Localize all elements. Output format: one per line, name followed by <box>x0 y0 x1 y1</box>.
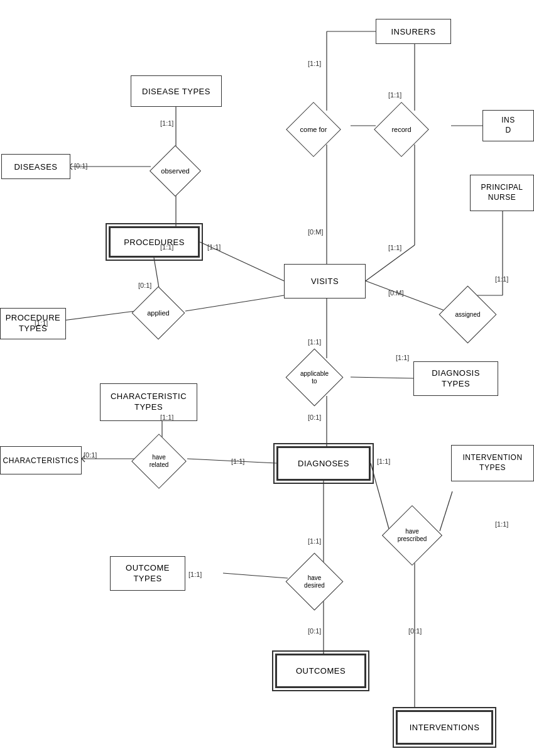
entity-outcome-types: OUTCOMETYPES <box>110 556 185 591</box>
entity-ins-d: INSD <box>482 110 534 141</box>
entity-insurers: INSURERS <box>376 19 451 44</box>
svg-line-15 <box>185 295 284 311</box>
entity-outcomes: OUTCOMES <box>275 654 366 688</box>
entity-procedure-types: PROCEDURETYPES <box>0 308 66 339</box>
entity-visits: VISITS <box>284 264 366 299</box>
entity-procedures: PROCEDURES <box>109 226 200 258</box>
card-10: [1:1] <box>35 319 48 327</box>
card-2: [1:1] <box>388 91 401 99</box>
diamond-have-related <box>131 434 187 489</box>
card-19: [1:1] <box>188 571 202 578</box>
card-23: [1:1] <box>495 520 508 528</box>
diamond-applicable-to <box>286 349 344 407</box>
card-21: [0:1] <box>308 627 321 635</box>
entity-diagnosis-types: DIAGNOSISTYPES <box>413 361 498 396</box>
card-18: [1:1] <box>377 457 390 465</box>
diamond-come-for <box>286 102 341 157</box>
svg-line-23 <box>223 573 288 578</box>
entity-interventions: INTERVENTIONS <box>396 710 493 745</box>
svg-line-25 <box>371 463 390 531</box>
er-diagram: INSURERS DISEASE TYPES DISEASES PROCEDUR… <box>0 0 534 756</box>
entity-disease-types: DISEASE TYPES <box>131 75 222 107</box>
card-22: [0:1] <box>408 627 422 635</box>
diamond-observed <box>150 145 201 197</box>
entity-intervention-types: INTERVENTIONTYPES <box>451 445 534 481</box>
entity-principal-nurse: PRINCIPALNURSE <box>470 175 534 211</box>
svg-line-14 <box>63 311 135 320</box>
svg-line-28 <box>366 281 446 311</box>
entity-characteristics: CHARACTERISTICS <box>0 446 82 474</box>
card-20: [1:1] <box>308 537 321 545</box>
diamond-applied <box>132 287 185 340</box>
entity-diseases: DISEASES <box>1 154 70 179</box>
card-8: [1:1] <box>388 244 401 251</box>
card-11: [0:M] <box>388 289 403 297</box>
card-9: [0:1] <box>138 282 151 289</box>
card-4: [0:1] <box>74 162 87 170</box>
card-24: [1:1] <box>495 275 508 283</box>
card-15: [1:1] <box>160 414 173 421</box>
card-3: [1:1] <box>160 119 173 127</box>
diamond-assigned <box>439 286 497 344</box>
card-13: [1:1] <box>396 354 409 361</box>
diamond-record <box>374 102 429 157</box>
card-16: [0:1] <box>84 451 97 459</box>
card-14: [0:1] <box>308 414 321 421</box>
diamond-have-desired <box>286 553 344 611</box>
card-6: [1:1] <box>160 243 173 251</box>
card-1: [1:1] <box>308 60 321 67</box>
card-17: [1:1] <box>231 457 244 465</box>
card-7: [0:M] <box>308 228 323 236</box>
card-12: [1:1] <box>308 338 321 346</box>
card-5: [1:1] <box>207 243 221 251</box>
entity-diagnoses: DIAGNOSES <box>276 446 371 481</box>
svg-line-26 <box>440 491 452 531</box>
entity-characteristic-types: CHARACTERISTICTYPES <box>100 383 197 421</box>
diamond-have-prescribed <box>382 505 442 566</box>
svg-line-17 <box>351 377 413 378</box>
